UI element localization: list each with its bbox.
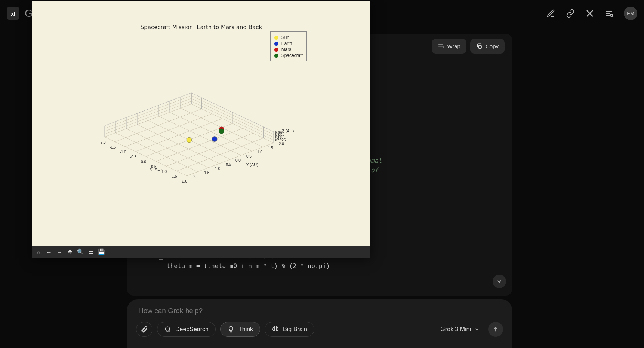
model-selector[interactable]: Grok 3 Mini	[437, 324, 484, 335]
link-icon[interactable]	[566, 9, 575, 18]
chat-input-bar: How can Grok help? DeepSearch Think Big …	[127, 299, 512, 348]
svg-text:1.5: 1.5	[268, 146, 273, 150]
search-list-icon[interactable]	[604, 9, 614, 18]
svg-text:-0.5: -0.5	[225, 162, 231, 167]
svg-text:X (AU): X (AU)	[150, 167, 162, 171]
svg-text:1.5: 1.5	[172, 174, 177, 178]
bigbrain-label: Big Brain	[283, 326, 307, 333]
svg-text:1.0: 1.0	[257, 150, 262, 154]
legend-item: Earth	[274, 41, 303, 46]
header-right: EM	[546, 7, 637, 20]
plot-canvas[interactable]: Spacecraft Mission: Earth to Mars and Ba…	[32, 1, 370, 246]
mpl-subplots-icon[interactable]: ☰	[86, 247, 96, 257]
mpl-zoom-icon[interactable]: 🔍	[76, 247, 85, 257]
legend-item: Mars	[274, 47, 303, 52]
svg-line-17	[115, 133, 198, 172]
legend-dot-icon	[274, 54, 278, 58]
deepsearch-label: DeepSearch	[175, 326, 209, 333]
deepsearch-button[interactable]: DeepSearch	[157, 322, 216, 337]
svg-text:-1.0: -1.0	[214, 167, 221, 171]
svg-text:0.0: 0.0	[141, 160, 146, 164]
svg-text:2.0: 2.0	[279, 142, 284, 146]
think-label: Think	[238, 326, 253, 333]
mpl-forward-icon[interactable]: →	[55, 247, 64, 257]
svg-text:-1.5: -1.5	[110, 145, 116, 149]
svg-text:Y (AU): Y (AU)	[246, 162, 258, 167]
legend-dot-icon	[274, 48, 278, 52]
svg-text:-2.0: -2.0	[99, 140, 106, 144]
legend-item: Spacecraft	[274, 53, 303, 58]
svg-line-16	[105, 137, 187, 176]
svg-text:-1.5: -1.5	[203, 171, 210, 175]
compose-icon[interactable]	[546, 9, 556, 18]
svg-text:0.0: 0.0	[235, 158, 241, 162]
header-left: xI G	[7, 7, 33, 20]
svg-line-50	[191, 96, 274, 135]
legend-dot-icon	[274, 42, 278, 46]
svg-point-3	[610, 14, 613, 16]
svg-text:0.5: 0.5	[246, 154, 252, 158]
svg-line-18	[126, 129, 209, 168]
legend-item: Sun	[274, 35, 303, 40]
plot-title: Spacecraft Mission: Earth to Mars and Ba…	[32, 24, 370, 31]
copy-label: Copy	[486, 42, 499, 51]
mpl-save-icon[interactable]: 💾	[96, 247, 106, 257]
send-button[interactable]	[488, 322, 503, 337]
svg-line-19	[137, 125, 219, 164]
wrap-label: Wrap	[447, 42, 460, 51]
mpl-pan-icon[interactable]: ✥	[65, 247, 75, 257]
legend-dot-icon	[274, 36, 278, 40]
plot-legend: SunEarthMarsSpacecraft	[270, 31, 307, 61]
code-actions: Wrap Copy	[432, 39, 505, 54]
chat-input[interactable]: How can Grok help?	[136, 307, 503, 315]
svg-text:-0.025: -0.025	[275, 138, 286, 142]
svg-line-79	[169, 331, 171, 332]
svg-point-78	[165, 327, 170, 331]
svg-line-49	[105, 96, 191, 129]
data-point-spacecraft	[219, 129, 224, 134]
mpl-back-icon[interactable]: ←	[44, 247, 54, 257]
copy-button[interactable]: Copy	[470, 39, 505, 54]
app-initial: G	[25, 7, 33, 19]
input-controls: DeepSearch Think Big Brain Grok 3 Mini	[136, 322, 503, 337]
svg-line-43	[105, 93, 191, 126]
svg-text:2.0: 2.0	[182, 179, 187, 183]
svg-text:1.0: 1.0	[161, 170, 167, 174]
data-point-sun	[187, 137, 192, 143]
svg-rect-6	[478, 46, 481, 49]
plot-3d-axes: -2.0-1.5-1.0-0.50.00.51.01.52.0-2.0-1.5-…	[92, 65, 324, 200]
svg-line-4	[613, 16, 613, 17]
scroll-down-button[interactable]	[493, 275, 506, 288]
matplotlib-window: Spacecraft Mission: Earth to Mars and Ba…	[32, 1, 370, 258]
svg-text:-2.0: -2.0	[192, 175, 199, 179]
data-point-earth	[212, 137, 217, 142]
svg-text:-1.0: -1.0	[120, 150, 126, 154]
svg-line-21	[159, 116, 241, 155]
svg-line-44	[191, 93, 274, 132]
legend-label: Spacecraft	[281, 53, 303, 58]
svg-line-22	[170, 112, 252, 151]
think-button[interactable]: Think	[220, 322, 260, 337]
mpl-home-icon[interactable]: ⌂	[34, 247, 43, 257]
legend-label: Sun	[281, 35, 289, 40]
svg-line-48	[191, 98, 274, 137]
xai-logo[interactable]: xI	[7, 7, 19, 20]
bigbrain-button[interactable]: Big Brain	[265, 322, 314, 337]
avatar[interactable]: EM	[624, 7, 637, 20]
attach-button[interactable]	[136, 322, 152, 337]
legend-label: Earth	[281, 41, 292, 46]
x-logo-icon[interactable]	[585, 9, 595, 18]
model-name: Grok 3 Mini	[440, 326, 471, 333]
mpl-toolbar: ⌂ ← → ✥ 🔍 ☰ 💾	[32, 246, 370, 258]
svg-text:-0.5: -0.5	[130, 155, 137, 159]
wrap-button[interactable]: Wrap	[432, 39, 466, 54]
legend-label: Mars	[281, 47, 292, 52]
